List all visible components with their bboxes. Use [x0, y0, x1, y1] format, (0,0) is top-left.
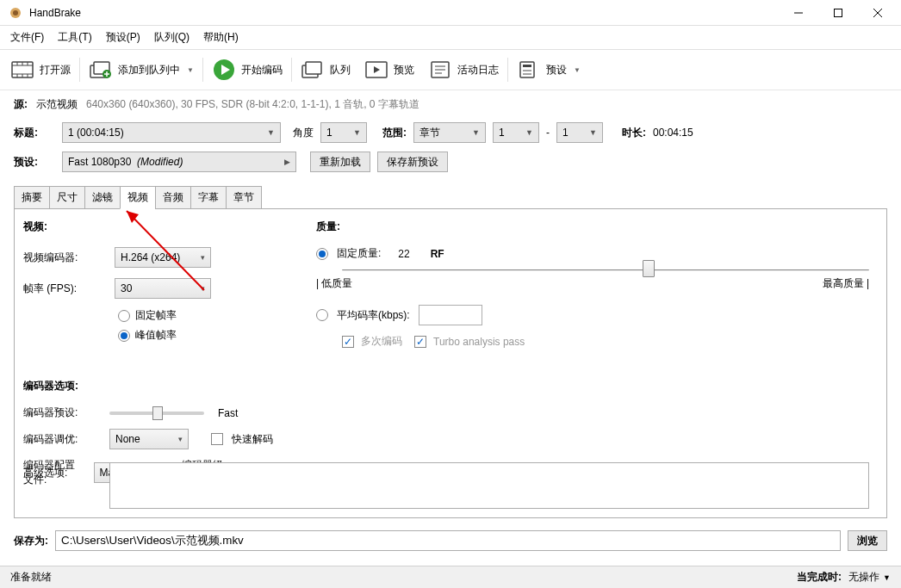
toolbar-separator	[202, 58, 203, 82]
window-title: HandBrake	[28, 7, 779, 19]
menu-bar: 文件(F) 工具(T) 预设(P) 队列(Q) 帮助(H)	[0, 26, 901, 50]
advanced-options-label: 高级选项:	[23, 462, 101, 480]
activity-log-button[interactable]: 活动日志	[421, 57, 506, 83]
title-row: 标题: 1 (00:04:15)▼ 角度 1▼ 范围: 章节▼ 1▼ - 1▼ …	[14, 122, 887, 143]
reload-button[interactable]: 重新加载	[310, 152, 370, 172]
encoder-preset-label: 编码器预设:	[23, 405, 101, 420]
window-maximize-button[interactable]	[818, 0, 858, 26]
status-text: 准备就绪	[10, 570, 52, 585]
svg-rect-23	[306, 62, 321, 74]
chevron-down-icon: ▼	[187, 66, 194, 74]
save-as-label: 保存为:	[14, 534, 48, 548]
fps-select[interactable]: 30▾	[115, 278, 211, 299]
range-to-select[interactable]: 1▼	[556, 122, 603, 143]
encoder-preset-slider[interactable]	[109, 412, 204, 415]
encoder-tune-label: 编码器调优:	[23, 432, 101, 447]
tab-chapters[interactable]: 章节	[226, 186, 262, 209]
tab-audio[interactable]: 音频	[155, 186, 191, 209]
video-tab-panel: 视频: 视频编码器: H.264 (x264)▾ 帧率 (FPS): 30▾ 固…	[14, 208, 887, 518]
constant-quality-radio[interactable]	[316, 248, 328, 260]
tab-video[interactable]: 视频	[120, 186, 156, 209]
fast-decode-checkbox[interactable]	[211, 433, 223, 445]
range-dash: -	[546, 127, 550, 139]
queue-label: 队列	[330, 63, 351, 77]
duration-value: 00:04:15	[653, 127, 693, 139]
window-minimize-button[interactable]	[779, 0, 818, 26]
two-pass-label: 多次编码	[361, 334, 402, 349]
low-quality-label: | 低质量	[316, 276, 352, 291]
preset-select[interactable]: Fast 1080p30 (Modified)▶	[62, 152, 296, 172]
preset-row: 预设: Fast 1080p30 (Modified)▶ 重新加载 保存新预设	[14, 152, 887, 172]
range-label: 范围:	[382, 126, 407, 140]
turbo-label: Turbo analysis pass	[433, 336, 525, 348]
peak-framerate-radio[interactable]	[118, 330, 130, 342]
activity-log-label: 活动日志	[457, 63, 499, 77]
queue-button[interactable]: 队列	[294, 57, 357, 83]
fps-label: 帧率 (FPS):	[23, 282, 109, 296]
preset-label: 预设:	[14, 155, 55, 170]
tab-strip: 摘要 尺寸 滤镜 视频 音频 字幕 章节	[14, 186, 887, 209]
log-icon	[428, 60, 452, 79]
preview-label: 预览	[394, 63, 414, 77]
window-titlebar: HandBrake	[0, 0, 901, 26]
add-to-queue-label: 添加到队列中	[118, 63, 180, 77]
presets-icon	[517, 60, 541, 79]
two-pass-checkbox[interactable]	[342, 336, 354, 348]
source-info: 640x360 (640x360), 30 FPS, SDR (8-bit 4:…	[86, 97, 419, 112]
start-encode-button[interactable]: 开始编码	[205, 57, 289, 83]
title-label: 标题:	[14, 126, 55, 140]
average-bitrate-input[interactable]	[419, 305, 482, 325]
svg-rect-3	[835, 9, 842, 16]
svg-rect-31	[523, 65, 531, 67]
high-quality-label: 最高质量 |	[823, 276, 869, 291]
save-row: 保存为: 浏览	[0, 518, 901, 563]
queue-icon	[301, 60, 325, 79]
average-bitrate-radio[interactable]	[316, 309, 328, 321]
save-new-preset-button[interactable]: 保存新预设	[377, 152, 448, 172]
angle-select[interactable]: 1▼	[320, 122, 367, 143]
menu-help[interactable]: 帮助(H)	[196, 28, 245, 47]
main-toolbar: 打开源 添加到队列中 ▼ 开始编码 队列 预览 活动日志 预设 ▼	[0, 50, 901, 90]
add-to-queue-button[interactable]: 添加到队列中 ▼	[82, 57, 201, 83]
tab-filters[interactable]: 滤镜	[84, 186, 121, 209]
advanced-options-input[interactable]	[109, 462, 869, 509]
constant-quality-label: 固定质量:	[337, 246, 381, 261]
open-source-button[interactable]: 打开源	[3, 57, 78, 83]
fast-decode-label: 快速解码	[232, 432, 273, 447]
preview-button[interactable]: 预览	[357, 57, 421, 83]
menu-queue[interactable]: 队列(Q)	[147, 28, 196, 47]
play-icon	[212, 60, 236, 79]
svg-rect-30	[520, 62, 534, 77]
range-type-select[interactable]: 章节▼	[413, 122, 486, 143]
tab-dimensions[interactable]: 尺寸	[49, 186, 85, 209]
angle-label: 角度	[293, 126, 314, 140]
window-close-button[interactable]	[858, 0, 898, 26]
film-icon	[10, 60, 34, 79]
tab-summary[interactable]: 摘要	[14, 186, 50, 209]
save-path-input[interactable]	[55, 530, 841, 551]
menu-tools[interactable]: 工具(T)	[51, 28, 98, 47]
app-icon	[9, 6, 22, 20]
video-encoder-select[interactable]: H.264 (x264)▾	[115, 247, 211, 268]
presets-button[interactable]: 预设 ▼	[510, 57, 587, 83]
range-from-select[interactable]: 1▼	[493, 122, 539, 143]
tab-subtitles[interactable]: 字幕	[190, 186, 227, 209]
peak-framerate-label: 峰值帧率	[135, 328, 177, 343]
constant-quality-value: 22	[398, 248, 409, 260]
turbo-checkbox[interactable]	[414, 336, 426, 348]
svg-point-1	[13, 10, 18, 15]
constant-framerate-radio[interactable]	[118, 310, 130, 322]
encoder-tune-select[interactable]: None▾	[109, 429, 189, 449]
quality-slider[interactable]	[342, 269, 869, 271]
source-name: 示范视频	[36, 97, 78, 112]
encoder-preset-value: Fast	[218, 407, 238, 419]
when-done-select[interactable]: 无操作▼	[848, 569, 891, 586]
add-queue-icon	[89, 60, 113, 79]
start-encode-label: 开始编码	[241, 63, 283, 77]
source-row: 源: 示范视频 640x360 (640x360), 30 FPS, SDR (…	[0, 90, 901, 119]
menu-presets[interactable]: 预设(P)	[99, 28, 147, 47]
title-select[interactable]: 1 (00:04:15)▼	[62, 122, 281, 143]
menu-file[interactable]: 文件(F)	[3, 28, 51, 47]
browse-button[interactable]: 浏览	[848, 530, 887, 551]
preview-icon	[364, 60, 388, 79]
